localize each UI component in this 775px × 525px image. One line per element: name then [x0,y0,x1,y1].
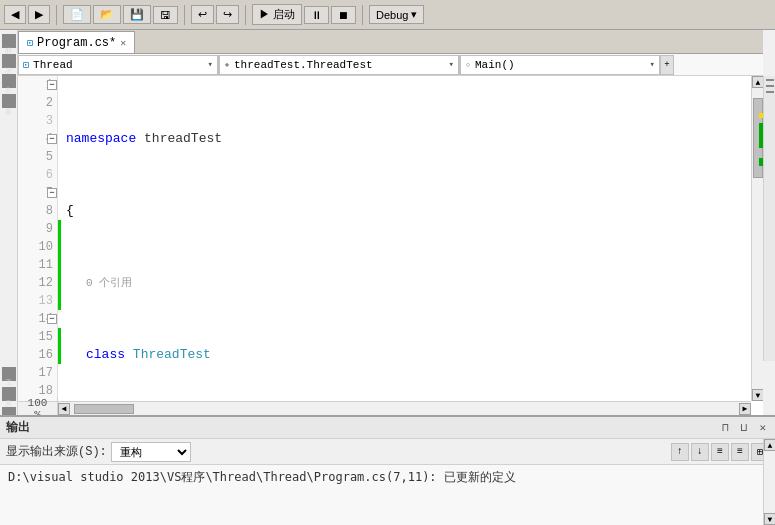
sidebar-icon-1[interactable]: 解 [2,34,16,48]
toolbar-debug-group: ▶ 启动 ⏸ ⏹ [252,4,356,25]
toolbar-undo-group: ↩ ↪ [191,5,239,24]
nav-dropdown-namespace[interactable]: ⬥ threadTest.ThreadTest ▾ [219,55,459,75]
output-toolbar: 显示输出来源(S): 重构 ↑ ↓ ≡ ≡ ⊞ [0,439,775,465]
output-content: D:\visual studio 2013\VS程序\Thread\Thread… [0,465,775,490]
toolbar-nav-group: ◀ ▶ [4,5,50,24]
margin-modified-indicator [58,220,61,310]
start-button[interactable]: ▶ 启动 [252,4,302,25]
right-toolbar [763,76,775,361]
margin-modified-indicator-2 [58,328,61,364]
undo-button[interactable]: ↩ [191,5,214,24]
debug-dropdown[interactable]: Debug ▾ [369,5,424,24]
open-button[interactable]: 📂 [93,5,121,24]
pause-button[interactable]: ⏸ [304,6,329,24]
right-toolbar-sep-3 [766,91,774,93]
tab-bar: ⊡ Program.cs* ✕ [18,30,763,54]
h-scroll-left-btn[interactable]: ◀ [58,403,70,415]
toolbar-file-group: 📄 📂 💾 🖫 [63,5,178,24]
debug-label: Debug [376,9,408,21]
tab-close-button[interactable]: ✕ [120,37,126,49]
nav-class-icon: ⊡ [23,59,29,71]
output-v-scroll-up[interactable]: ▲ [764,439,775,451]
h-scroll-right-btn[interactable]: ▶ [739,403,751,415]
nav-method-label: Main() [475,59,515,71]
output-title: 输出 [6,419,713,436]
line-numbers: 1 2 3 4 5 6 7 8 9 10 11 12 13 14 15 16 1… [18,76,58,401]
v-scroll-track[interactable] [752,88,763,389]
code-content: namespace threadTest { 0 个引用 class Threa… [62,76,751,401]
output-close-button[interactable]: ✕ [756,421,769,434]
fold-marker-2[interactable]: − [46,130,58,148]
output-v-scroll-track[interactable] [764,451,775,513]
nav-bar: ⊡ Thread ▾ ⬥ threadTest.ThreadTest ▾ ⬦ M… [18,54,763,76]
output-v-scrollbar[interactable]: ▲ ▼ [763,439,775,525]
code-line-2: { [66,202,747,220]
nav-method-icon: ⬦ [465,59,471,70]
redo-button[interactable]: ↪ [216,5,239,24]
new-button[interactable]: 📄 [63,5,91,24]
code-line-4: class ThreadTest [66,346,747,364]
toolbar-sep-1 [56,5,57,25]
sidebar-icon-2[interactable]: 决 [2,54,16,68]
output-header: 输出 ⊓ ⊔ ✕ [0,417,775,439]
output-icon-3[interactable]: ≡ [711,443,729,461]
right-toolbar-sep-2 [766,85,774,87]
output-float-button[interactable]: ⊔ [738,421,751,434]
nav-ns-arrow-icon: ▾ [449,59,454,70]
code-line-1: namespace threadTest [66,130,747,148]
tab-icon: ⊡ [27,37,33,49]
nav-method-arrow-icon: ▾ [650,59,655,70]
back-button[interactable]: ◀ [4,5,26,24]
output-source-select[interactable]: 重构 [111,442,191,462]
output-status-text: D:\visual studio 2013\VS程序\Thread\Thread… [8,469,767,486]
code-editor: 1 2 3 4 5 6 7 8 9 10 11 12 13 14 15 16 1… [18,76,763,415]
output-icon-2[interactable]: ↓ [691,443,709,461]
nav-dropdown-class[interactable]: ⊡ Thread ▾ [18,55,218,75]
tab-program-cs[interactable]: ⊡ Program.cs* ✕ [18,31,135,53]
v-scroll-up-btn[interactable]: ▲ [752,76,763,88]
editor-scroll-area[interactable]: 1 2 3 4 5 6 7 8 9 10 11 12 13 14 15 16 1… [18,76,751,401]
left-sidebar: 解 决 方 案 工 具 箱 [0,30,18,425]
right-toolbar-sep-1 [766,79,774,81]
nav-ns-icon: ⬥ [224,59,230,70]
nav-class-label: Thread [33,59,73,71]
sidebar-icon-3[interactable]: 方 [2,74,16,88]
sidebar-icon-5[interactable]: 工 [2,367,16,381]
forward-button[interactable]: ▶ [28,5,50,24]
output-icon-group: ↑ ↓ ≡ ≡ ⊞ [671,443,769,461]
save-button[interactable]: 💾 [123,5,151,24]
main-toolbar: ◀ ▶ 📄 📂 💾 🖫 ↩ ↪ ▶ 启动 ⏸ ⏹ Debug ▾ [0,0,775,30]
debug-arrow-icon: ▾ [411,8,417,21]
output-icon-4[interactable]: ≡ [731,443,749,461]
h-scrollbar[interactable]: 100 % ◀ ▶ [18,401,751,415]
output-v-scroll-down[interactable]: ▼ [764,513,775,525]
fold-marker-3[interactable]: − [46,184,58,202]
nav-dropdown-method[interactable]: ⬦ Main() ▾ [460,55,660,75]
output-panel: 输出 ⊓ ⊔ ✕ 显示输出来源(S): 重构 ↑ ↓ ≡ ≡ ⊞ D:\visu… [0,415,775,525]
toolbar-sep-2 [184,5,185,25]
toolbar-sep-3 [245,5,246,25]
output-icon-1[interactable]: ↑ [671,443,689,461]
nav-ns-label: threadTest.ThreadTest [234,59,373,71]
nav-add-button[interactable]: + [660,55,674,75]
output-pin-button[interactable]: ⊓ [719,421,732,434]
v-scrollbar[interactable]: ▲ ▼ [751,76,763,401]
fold-marker-1[interactable]: − [46,76,58,94]
output-source-label: 显示输出来源(S): [6,443,107,460]
save-all-button[interactable]: 🖫 [153,6,178,24]
stop-button[interactable]: ⏹ [331,6,356,24]
h-scroll-thumb[interactable] [74,404,134,414]
code-line-3-ref: 0 个引用 [66,274,747,292]
zoom-label: 100 % [18,397,58,416]
sidebar-icon-6[interactable]: 具 [2,387,16,401]
tab-label: Program.cs* [37,36,116,50]
v-scroll-down-btn[interactable]: ▼ [752,389,763,401]
sidebar-icon-4[interactable]: 案 [2,94,16,108]
h-scroll-track[interactable] [70,404,739,414]
fold-marker-4[interactable]: − [46,310,58,328]
nav-class-arrow-icon: ▾ [208,59,213,70]
toolbar-sep-4 [362,5,363,25]
